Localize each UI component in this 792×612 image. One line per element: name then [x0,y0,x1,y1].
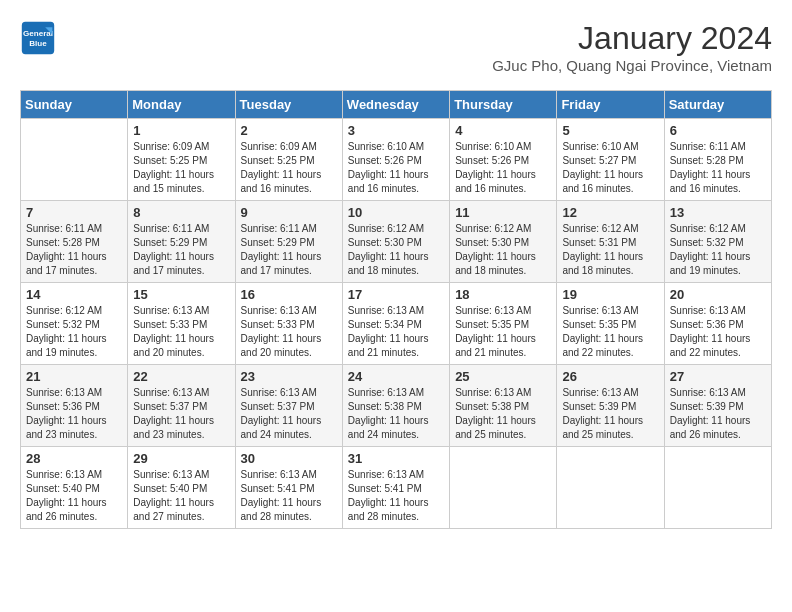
day-info: Sunrise: 6:13 AMSunset: 5:33 PMDaylight:… [241,305,322,358]
day-info: Sunrise: 6:13 AMSunset: 5:34 PMDaylight:… [348,305,429,358]
day-info: Sunrise: 6:13 AMSunset: 5:37 PMDaylight:… [241,387,322,440]
day-info: Sunrise: 6:12 AMSunset: 5:31 PMDaylight:… [562,223,643,276]
day-info: Sunrise: 6:10 AMSunset: 5:27 PMDaylight:… [562,141,643,194]
calendar-cell: 10 Sunrise: 6:12 AMSunset: 5:30 PMDaylig… [342,201,449,283]
page-header: General Blue January 2024 GJuc Pho, Quan… [20,20,772,74]
location-title: GJuc Pho, Quang Ngai Province, Vietnam [492,57,772,74]
day-number: 31 [348,451,444,466]
calendar-cell: 8 Sunrise: 6:11 AMSunset: 5:29 PMDayligh… [128,201,235,283]
calendar-cell: 30 Sunrise: 6:13 AMSunset: 5:41 PMDaylig… [235,447,342,529]
day-number: 28 [26,451,122,466]
calendar-cell: 6 Sunrise: 6:11 AMSunset: 5:28 PMDayligh… [664,119,771,201]
day-info: Sunrise: 6:13 AMSunset: 5:35 PMDaylight:… [562,305,643,358]
day-number: 17 [348,287,444,302]
calendar-cell: 19 Sunrise: 6:13 AMSunset: 5:35 PMDaylig… [557,283,664,365]
day-number: 15 [133,287,229,302]
day-info: Sunrise: 6:12 AMSunset: 5:30 PMDaylight:… [348,223,429,276]
day-number: 30 [241,451,337,466]
day-number: 3 [348,123,444,138]
day-number: 24 [348,369,444,384]
day-info: Sunrise: 6:13 AMSunset: 5:39 PMDaylight:… [562,387,643,440]
calendar-table: SundayMondayTuesdayWednesdayThursdayFrid… [20,90,772,529]
col-header-tuesday: Tuesday [235,91,342,119]
month-title: January 2024 [492,20,772,57]
calendar-cell: 20 Sunrise: 6:13 AMSunset: 5:36 PMDaylig… [664,283,771,365]
day-number: 11 [455,205,551,220]
day-number: 13 [670,205,766,220]
svg-text:General: General [23,29,53,38]
day-info: Sunrise: 6:12 AMSunset: 5:32 PMDaylight:… [26,305,107,358]
calendar-cell: 15 Sunrise: 6:13 AMSunset: 5:33 PMDaylig… [128,283,235,365]
day-info: Sunrise: 6:13 AMSunset: 5:35 PMDaylight:… [455,305,536,358]
day-number: 27 [670,369,766,384]
day-number: 16 [241,287,337,302]
day-number: 5 [562,123,658,138]
calendar-cell: 29 Sunrise: 6:13 AMSunset: 5:40 PMDaylig… [128,447,235,529]
calendar-cell [450,447,557,529]
calendar-cell: 27 Sunrise: 6:13 AMSunset: 5:39 PMDaylig… [664,365,771,447]
day-number: 4 [455,123,551,138]
day-info: Sunrise: 6:11 AMSunset: 5:29 PMDaylight:… [241,223,322,276]
calendar-cell [21,119,128,201]
day-info: Sunrise: 6:10 AMSunset: 5:26 PMDaylight:… [348,141,429,194]
calendar-cell: 7 Sunrise: 6:11 AMSunset: 5:28 PMDayligh… [21,201,128,283]
day-number: 2 [241,123,337,138]
day-info: Sunrise: 6:11 AMSunset: 5:28 PMDaylight:… [670,141,751,194]
col-header-saturday: Saturday [664,91,771,119]
day-info: Sunrise: 6:13 AMSunset: 5:40 PMDaylight:… [133,469,214,522]
calendar-cell: 9 Sunrise: 6:11 AMSunset: 5:29 PMDayligh… [235,201,342,283]
logo: General Blue [20,20,56,56]
day-info: Sunrise: 6:13 AMSunset: 5:41 PMDaylight:… [241,469,322,522]
calendar-cell: 21 Sunrise: 6:13 AMSunset: 5:36 PMDaylig… [21,365,128,447]
day-info: Sunrise: 6:13 AMSunset: 5:39 PMDaylight:… [670,387,751,440]
col-header-monday: Monday [128,91,235,119]
day-info: Sunrise: 6:13 AMSunset: 5:40 PMDaylight:… [26,469,107,522]
day-number: 8 [133,205,229,220]
calendar-cell [664,447,771,529]
day-number: 14 [26,287,122,302]
calendar-cell [557,447,664,529]
day-number: 26 [562,369,658,384]
day-number: 12 [562,205,658,220]
day-number: 7 [26,205,122,220]
day-info: Sunrise: 6:10 AMSunset: 5:26 PMDaylight:… [455,141,536,194]
day-info: Sunrise: 6:12 AMSunset: 5:30 PMDaylight:… [455,223,536,276]
calendar-cell: 23 Sunrise: 6:13 AMSunset: 5:37 PMDaylig… [235,365,342,447]
day-number: 9 [241,205,337,220]
day-number: 20 [670,287,766,302]
day-info: Sunrise: 6:13 AMSunset: 5:36 PMDaylight:… [670,305,751,358]
calendar-cell: 12 Sunrise: 6:12 AMSunset: 5:31 PMDaylig… [557,201,664,283]
calendar-cell: 2 Sunrise: 6:09 AMSunset: 5:25 PMDayligh… [235,119,342,201]
day-info: Sunrise: 6:13 AMSunset: 5:38 PMDaylight:… [348,387,429,440]
day-number: 10 [348,205,444,220]
calendar-cell: 14 Sunrise: 6:12 AMSunset: 5:32 PMDaylig… [21,283,128,365]
calendar-cell: 11 Sunrise: 6:12 AMSunset: 5:30 PMDaylig… [450,201,557,283]
calendar-cell: 5 Sunrise: 6:10 AMSunset: 5:27 PMDayligh… [557,119,664,201]
calendar-cell: 24 Sunrise: 6:13 AMSunset: 5:38 PMDaylig… [342,365,449,447]
day-info: Sunrise: 6:13 AMSunset: 5:38 PMDaylight:… [455,387,536,440]
calendar-cell: 3 Sunrise: 6:10 AMSunset: 5:26 PMDayligh… [342,119,449,201]
calendar-cell: 16 Sunrise: 6:13 AMSunset: 5:33 PMDaylig… [235,283,342,365]
day-info: Sunrise: 6:13 AMSunset: 5:37 PMDaylight:… [133,387,214,440]
day-number: 18 [455,287,551,302]
col-header-thursday: Thursday [450,91,557,119]
calendar-cell: 28 Sunrise: 6:13 AMSunset: 5:40 PMDaylig… [21,447,128,529]
calendar-cell: 17 Sunrise: 6:13 AMSunset: 5:34 PMDaylig… [342,283,449,365]
day-number: 6 [670,123,766,138]
col-header-friday: Friday [557,91,664,119]
col-header-wednesday: Wednesday [342,91,449,119]
calendar-cell: 26 Sunrise: 6:13 AMSunset: 5:39 PMDaylig… [557,365,664,447]
col-header-sunday: Sunday [21,91,128,119]
calendar-cell: 31 Sunrise: 6:13 AMSunset: 5:41 PMDaylig… [342,447,449,529]
day-info: Sunrise: 6:11 AMSunset: 5:29 PMDaylight:… [133,223,214,276]
day-number: 21 [26,369,122,384]
day-number: 29 [133,451,229,466]
day-info: Sunrise: 6:13 AMSunset: 5:36 PMDaylight:… [26,387,107,440]
day-number: 25 [455,369,551,384]
day-info: Sunrise: 6:09 AMSunset: 5:25 PMDaylight:… [241,141,322,194]
day-info: Sunrise: 6:09 AMSunset: 5:25 PMDaylight:… [133,141,214,194]
calendar-cell: 4 Sunrise: 6:10 AMSunset: 5:26 PMDayligh… [450,119,557,201]
svg-text:Blue: Blue [29,39,47,48]
day-info: Sunrise: 6:13 AMSunset: 5:33 PMDaylight:… [133,305,214,358]
calendar-cell: 25 Sunrise: 6:13 AMSunset: 5:38 PMDaylig… [450,365,557,447]
